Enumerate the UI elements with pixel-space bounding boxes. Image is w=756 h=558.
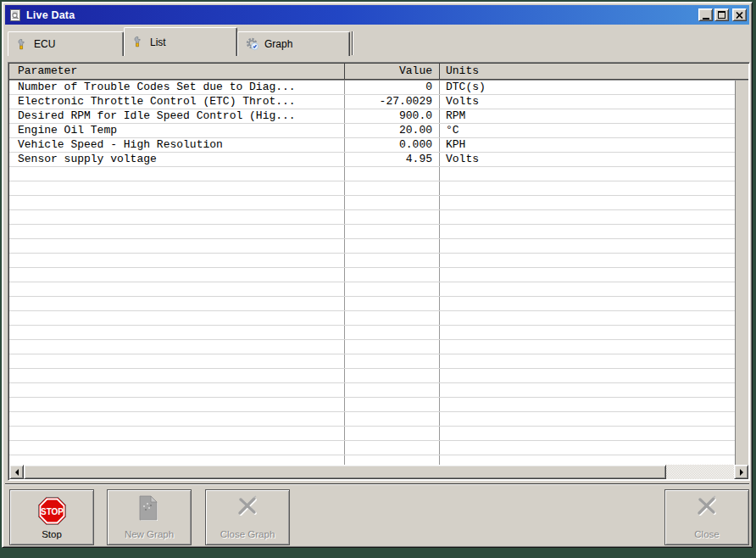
cell-value: 0.000 xyxy=(345,138,440,152)
new-graph-button[interactable]: New Graph xyxy=(107,489,192,545)
cell-value xyxy=(345,326,440,339)
cell-units xyxy=(440,225,737,238)
cell-parameter xyxy=(9,427,345,440)
cell-parameter xyxy=(9,369,345,382)
table-row[interactable]: Number of Trouble Codes Set due to Diag.… xyxy=(9,81,737,95)
cell-parameter: Vehicle Speed - High Resolution xyxy=(9,138,345,152)
button-label: Close xyxy=(694,529,719,539)
tab-list[interactable]: List xyxy=(124,27,237,56)
close-graph-button[interactable]: Close Graph xyxy=(205,489,290,545)
table-row[interactable]: Vehicle Speed - High Resolution 0.000 KP… xyxy=(9,138,737,153)
table-row[interactable] xyxy=(9,225,737,239)
cell-units xyxy=(440,354,737,368)
table-row[interactable] xyxy=(9,441,737,455)
tab-graph[interactable]: Graph xyxy=(237,31,350,56)
table-row[interactable] xyxy=(9,297,737,311)
button-label: New Graph xyxy=(125,529,174,539)
table-row[interactable] xyxy=(9,254,737,268)
cell-value xyxy=(345,340,440,354)
table-row[interactable] xyxy=(9,210,737,225)
table-row[interactable] xyxy=(9,340,737,354)
horizontal-scrollbar[interactable] xyxy=(9,465,748,479)
tab-ecu[interactable]: ECU xyxy=(8,31,124,56)
scroll-left-button[interactable] xyxy=(9,465,24,479)
title-bar[interactable]: Live Data xyxy=(5,5,749,25)
cell-units xyxy=(440,326,737,339)
table-row[interactable] xyxy=(9,311,737,326)
table-row[interactable] xyxy=(9,383,737,398)
cell-units: RPM xyxy=(440,109,737,123)
table-row[interactable] xyxy=(9,354,737,369)
tab-label: List xyxy=(150,36,166,48)
table-row[interactable] xyxy=(9,282,737,297)
close-icon xyxy=(736,12,743,19)
table-row[interactable] xyxy=(9,369,737,383)
table-row[interactable] xyxy=(9,239,737,254)
table-row[interactable] xyxy=(9,427,737,441)
table-row[interactable]: Electronic Throttle Control (ETC) Throt.… xyxy=(9,95,737,109)
scrollbar-thumb[interactable] xyxy=(24,465,666,479)
cell-value xyxy=(345,167,440,181)
cell-parameter xyxy=(9,398,345,411)
cell-value xyxy=(345,196,440,209)
table-row[interactable] xyxy=(9,268,737,282)
table-row[interactable] xyxy=(9,196,737,210)
cell-value xyxy=(345,427,440,440)
cell-units xyxy=(440,427,737,440)
cell-parameter xyxy=(9,441,345,455)
table-row[interactable] xyxy=(9,181,737,196)
tab-label: Graph xyxy=(264,38,292,50)
table-row[interactable]: Sensor supply voltage 4.95 Volts xyxy=(9,153,737,167)
cell-value xyxy=(345,412,440,426)
cell-parameter xyxy=(9,340,345,354)
cell-parameter xyxy=(9,311,345,325)
cell-value xyxy=(345,268,440,282)
table-row[interactable] xyxy=(9,412,737,427)
table-row[interactable]: Engine Oil Temp 20.00 °C xyxy=(9,124,737,138)
cell-value xyxy=(345,354,440,368)
window-title: Live Data xyxy=(26,9,697,21)
cell-parameter xyxy=(9,268,345,282)
wrench-icon xyxy=(132,36,145,48)
cell-units xyxy=(440,268,737,282)
cell-value xyxy=(345,297,440,310)
minimize-button[interactable] xyxy=(698,8,713,21)
close-window-button[interactable]: Close xyxy=(664,489,749,545)
cell-units xyxy=(440,441,737,455)
cell-units xyxy=(440,412,737,426)
table-row[interactable]: Desired RPM for Idle Speed Control (Hig.… xyxy=(9,109,737,124)
table-row[interactable] xyxy=(9,326,737,340)
close-x-icon xyxy=(235,495,260,518)
cell-parameter: Electronic Throttle Control (ETC) Throt.… xyxy=(9,95,345,109)
table-row[interactable] xyxy=(9,167,737,181)
table-row[interactable] xyxy=(9,455,737,465)
column-header-units[interactable]: Units xyxy=(440,64,748,79)
cell-units xyxy=(440,167,737,181)
tab-label: ECU xyxy=(34,38,55,50)
cell-value xyxy=(345,398,440,411)
cell-parameter xyxy=(9,282,345,296)
column-header-parameter[interactable]: Parameter xyxy=(9,64,345,79)
cell-parameter: Sensor supply voltage xyxy=(9,153,345,166)
cell-parameter xyxy=(9,181,345,195)
gear-check-icon xyxy=(246,37,259,51)
cell-units xyxy=(440,383,737,397)
cell-parameter xyxy=(9,412,345,426)
table-rows: Number of Trouble Codes Set due to Diag.… xyxy=(9,81,737,465)
close-button[interactable] xyxy=(732,8,747,21)
scroll-right-button[interactable] xyxy=(734,465,748,479)
cell-parameter: Desired RPM for Idle Speed Control (Hig.… xyxy=(9,109,345,123)
cell-value xyxy=(345,225,440,238)
cell-parameter xyxy=(9,210,345,224)
cell-value xyxy=(345,282,440,296)
cell-units xyxy=(440,254,737,267)
graph-document-icon xyxy=(136,495,162,523)
cell-value xyxy=(345,369,440,382)
column-header-value[interactable]: Value xyxy=(345,64,440,79)
table-row[interactable] xyxy=(9,398,737,412)
cell-value xyxy=(345,210,440,224)
maximize-button[interactable] xyxy=(714,8,729,21)
table-right-gutter xyxy=(735,81,748,465)
cell-units xyxy=(440,398,737,411)
stop-button[interactable]: STOP Stop xyxy=(9,489,94,545)
